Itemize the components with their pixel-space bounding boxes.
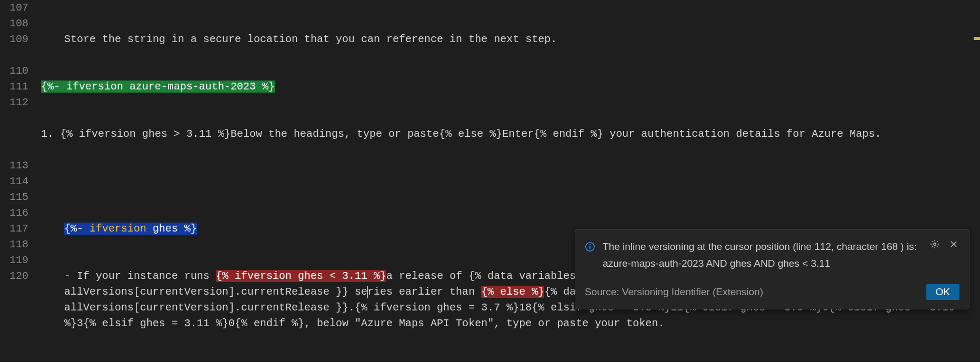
gear-icon[interactable] [929,238,941,250]
code-line: {%- ifversion azure-maps-auth-2023 %} [41,79,969,95]
line-number: 112 [0,95,28,110]
line-number: 119 [0,253,28,268]
line-number: 115 [0,189,28,205]
code-line-empty [41,174,969,189]
line-number: 111 [0,79,28,95]
scrollbar-marker [974,37,980,40]
line-number-gutter: 107 108 109 110 111 112 113 114 115 116 … [0,0,41,362]
line-number: 120 [0,268,28,284]
line-number: 114 [0,174,28,189]
notification-source: Source: Versioning Identifier (Extension… [585,284,763,300]
code-line: Store the string in a secure location th… [41,32,969,47]
liquid-tag-ifversion: {%- ifversion ghes %} [64,223,197,235]
close-icon[interactable] [948,238,959,250]
svg-point-3 [934,243,936,246]
scrollbar-overview[interactable] [974,0,980,362]
line-number: 118 [0,237,28,253]
line-number: 110 [0,63,28,79]
liquid-tag-else: {% else %} [481,286,544,298]
line-number: 117 [0,221,28,237]
ok-button[interactable]: OK [926,284,959,300]
notification-message: The inline versioning at the cursor posi… [603,238,923,272]
code-line: 1. {% ifversion ghes > 3.11 %}Below the … [41,126,969,142]
liquid-tag-ifversion: {%- ifversion azure-maps-auth-2023 %} [41,81,275,93]
line-number: 107 [0,0,28,16]
liquid-tag-ifversion: {% ifversion ghes < 3.11 %} [216,270,386,282]
line-number: 116 [0,205,28,221]
line-number: 108 [0,16,28,32]
line-number: 113 [0,158,28,174]
notification-toast: The inline versioning at the cursor posi… [575,229,969,309]
svg-point-2 [589,244,591,245]
info-icon [585,240,597,272]
line-number: 109 [0,32,28,47]
